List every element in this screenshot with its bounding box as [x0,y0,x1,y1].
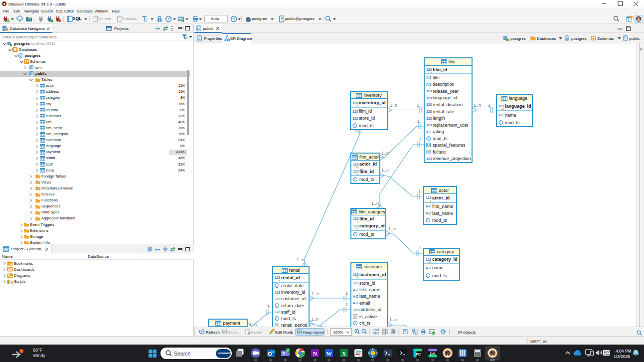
svg-text:1: 1 [267,304,270,309]
svg-text:1..n: 1..n [311,317,319,322]
svg-text:DG: DG [430,352,435,356]
svg-text:X: X [342,351,346,357]
svg-text:1: 1 [419,137,421,142]
svg-text:1..n: 1..n [390,103,397,108]
svg-text:PC: PC [416,352,421,357]
svg-text:N: N [313,351,317,357]
svg-text:1..n: 1..n [312,291,319,296]
svg-text:T: T [283,351,286,356]
svg-text:1..n: 1..n [381,168,389,173]
svg-text:W: W [326,351,332,357]
svg-text:1..n: 1..n [371,201,379,206]
svg-text:1..n: 1..n [388,226,396,231]
svg-text:7: 7 [20,350,22,353]
svg-text:1: 1 [345,291,348,296]
svg-text:1: 1 [417,103,419,108]
svg-text:1: 1 [419,245,421,250]
svg-text:1..n: 1..n [297,257,304,262]
svg-text:1: 1 [417,119,420,124]
svg-text:1..n: 1..n [381,151,389,156]
svg-text:1: 1 [418,188,421,193]
svg-text:GM: GM [179,18,183,20]
svg-text:1..n: 1..n [249,322,257,327]
svg-text:1..n: 1..n [474,103,481,108]
svg-text:1: 1 [488,103,490,108]
svg-text:1..n: 1..n [389,317,397,322]
svg-text:1: 1 [345,302,348,307]
